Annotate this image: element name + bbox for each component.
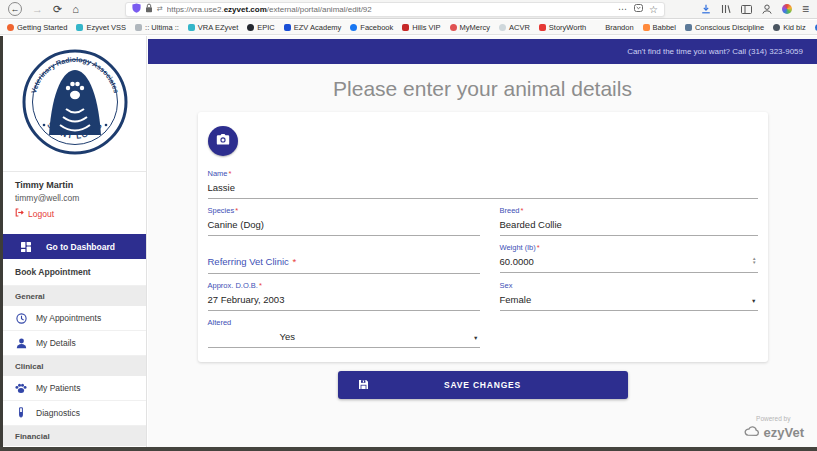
permissions-icon[interactable]: ⇄ — [157, 5, 163, 13]
bookmark-item[interactable]: Facebook — [350, 23, 393, 32]
bookmark-item[interactable]: Babbel — [643, 23, 676, 32]
go-to-dashboard-button[interactable]: Go to Dashboard — [3, 234, 146, 259]
bookmark-item[interactable]: MyMercy — [450, 23, 490, 32]
library-icon[interactable] — [721, 0, 731, 18]
bookmark-favicon — [135, 24, 142, 31]
home-button[interactable]: ⌂ — [72, 4, 79, 15]
sidebar-section-clinical: Clinical — [3, 356, 146, 376]
bookmark-favicon — [450, 24, 457, 31]
camera-icon — [216, 132, 230, 150]
logout-button[interactable]: Logout — [15, 208, 134, 219]
bookmark-favicon — [595, 24, 602, 31]
bookmark-favicon — [188, 24, 195, 31]
page-actions-icon[interactable]: ⋯ — [618, 4, 628, 14]
user-email: timmy@well.com — [15, 193, 134, 203]
altered-field[interactable]: Altered Yes ▼ — [208, 311, 480, 348]
help-topbar: Can't find the time you want? Call (314)… — [148, 39, 817, 64]
bookmark-star-icon[interactable]: ☆ — [649, 4, 658, 15]
screen-bottom-edge — [0, 447, 817, 451]
required-marker: * — [235, 206, 238, 215]
animal-details-card: Name* Lassie Species* Canine (Dog) Breed… — [198, 112, 768, 362]
name-value: Lassie — [208, 178, 758, 199]
sidebar-section-general: General — [3, 286, 146, 306]
test-tube-icon — [15, 407, 27, 419]
bookmark-item[interactable]: Conscious Discipline — [685, 23, 764, 32]
bookmark-favicon — [539, 24, 546, 31]
bookmark-favicon — [350, 24, 357, 31]
dropdown-arrow-icon[interactable]: ▼ — [473, 335, 478, 341]
ezyvet-brand-text: ezyVet — [764, 425, 804, 440]
user-block: Timmy Martin timmy@well.com Logout — [3, 172, 146, 228]
dashboard-icon — [20, 242, 32, 252]
sex-field[interactable]: Sex Female ▼ — [500, 274, 758, 311]
save-changes-button[interactable]: SAVE CHANGES — [338, 371, 628, 399]
user-name: Timmy Martin — [15, 180, 134, 190]
weight-field[interactable]: Weight (lb)* 60.0000 ▲▼ — [500, 236, 758, 274]
main-content: Can't find the time you want? Call (314)… — [148, 36, 817, 447]
sidebar-toggle-icon[interactable] — [741, 0, 752, 18]
person-icon — [15, 338, 27, 349]
sidebar: Veterinary Radiology Associates SAINT LO… — [3, 36, 147, 447]
sidebar-item-my-patients[interactable]: My Patients — [3, 376, 146, 401]
forward-button[interactable]: → — [32, 4, 43, 15]
bookmark-item[interactable]: Brandon — [595, 23, 633, 32]
breed-field[interactable]: Breed* Bearded Collie — [500, 199, 758, 236]
bookmark-favicon — [284, 24, 291, 31]
bookmark-item[interactable]: Getting Started — [7, 23, 67, 32]
bookmark-item[interactable]: Kid biz — [773, 23, 806, 32]
back-button[interactable]: ← — [8, 2, 22, 16]
downloads-icon[interactable] — [701, 0, 711, 18]
bookmark-item[interactable]: EZV Academy — [284, 23, 342, 32]
dropdown-arrow-icon[interactable]: ▼ — [751, 298, 756, 304]
paw-icon — [15, 383, 27, 394]
bookmark-item[interactable]: :: Ultima :: — [135, 23, 179, 32]
bookmark-favicon — [773, 24, 780, 31]
altered-select: Yes ▼ — [208, 327, 480, 348]
species-field[interactable]: Species* Canine (Dog) — [208, 199, 480, 236]
powered-by-footer: Powered by ezyVet — [743, 415, 804, 441]
clock-icon — [15, 313, 27, 324]
bookmark-favicon — [76, 24, 83, 31]
referring-vet-clinic-field[interactable]: Referring Vet Clinic * — [208, 236, 480, 274]
powered-by-text: Powered by — [743, 415, 804, 422]
page-title: Please enter your animal details — [148, 77, 817, 101]
bookmark-item[interactable]: EPIC — [247, 23, 275, 32]
sidebar-section-financial: Financial — [3, 426, 146, 446]
screen-left-edge — [0, 36, 3, 451]
pocket-save-icon[interactable] — [634, 4, 643, 14]
breed-value: Bearded Collie — [500, 215, 758, 236]
bookmark-item[interactable]: Ezyvet VSS — [76, 23, 126, 32]
required-marker: * — [292, 256, 296, 267]
sidebar-item-diagnostics[interactable]: Diagnostics — [3, 401, 146, 426]
sidebar-item-book-appointment[interactable]: Book Appointment — [3, 259, 146, 286]
bookmark-item[interactable]: VRA EZyvet — [188, 23, 238, 32]
url-bar[interactable]: ⇄ https://vra.use2.ezyvet.com/external/p… — [125, 2, 665, 17]
sidebar-item-my-details[interactable]: My Details — [3, 331, 146, 356]
dob-field[interactable]: Approx. D.O.B.* 27 February, 2003 — [208, 274, 480, 311]
required-marker: * — [229, 169, 232, 178]
bookmark-favicon — [499, 24, 506, 31]
address-text[interactable]: https://vra.use2.ezyvet.com/external/por… — [167, 5, 614, 14]
upload-photo-button[interactable] — [208, 126, 238, 156]
portal-page: Veterinary Radiology Associates SAINT LO… — [0, 36, 817, 447]
required-marker: * — [537, 243, 540, 252]
weight-stepper[interactable]: ▲▼ — [752, 257, 756, 265]
reload-button[interactable]: ⟳ — [53, 4, 62, 15]
account-icon[interactable] — [762, 0, 772, 18]
lock-icon[interactable] — [145, 3, 153, 15]
bookmark-favicon — [402, 24, 409, 31]
browser-toolbar: ← → ⟳ ⌂ ⇄ https://vra.use2.ezyvet.com/ex… — [0, 0, 817, 19]
clinic-logo: Veterinary Radiology Associates SAINT LO… — [3, 36, 146, 159]
required-marker: * — [259, 281, 262, 290]
bookmark-favicon — [685, 24, 692, 31]
bookmark-item[interactable]: Hills VIP — [402, 23, 440, 32]
bookmark-favicon — [643, 24, 650, 31]
bookmark-item[interactable]: ACVR — [499, 23, 530, 32]
sidebar-item-my-appointments[interactable]: My Appointments — [3, 306, 146, 331]
help-text: Can't find the time you want? Call (314)… — [627, 47, 803, 56]
bookmark-item[interactable]: StoryWorth — [539, 23, 586, 32]
menu-icon[interactable]: ≡ — [802, 2, 809, 16]
name-field[interactable]: Name* Lassie — [208, 162, 758, 199]
extension-icon[interactable] — [782, 4, 792, 14]
tracking-shield-icon[interactable] — [132, 3, 141, 15]
